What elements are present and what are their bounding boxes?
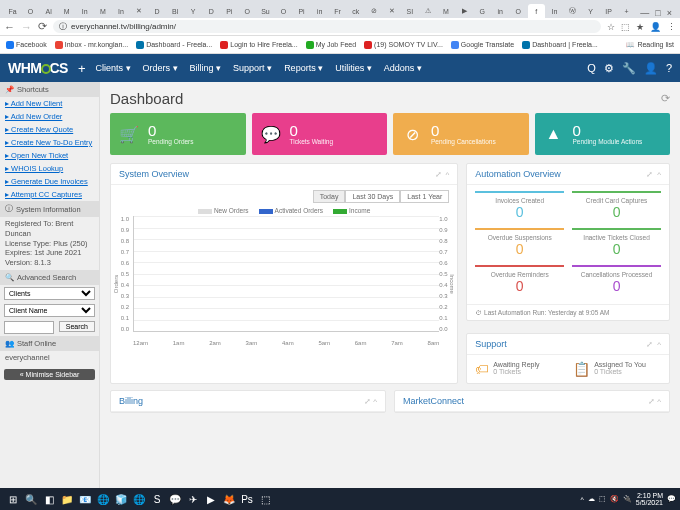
nav-menu-item[interactable]: Support ▾: [233, 63, 272, 73]
browser-tab[interactable]: Al: [40, 4, 57, 18]
bookmark[interactable]: Dashboard - Freela...: [136, 41, 212, 49]
add-button[interactable]: +: [78, 61, 86, 76]
browser-tab[interactable]: D: [149, 4, 166, 18]
browser-tab[interactable]: +: [618, 4, 635, 18]
window-control[interactable]: □: [655, 8, 660, 18]
header-icon[interactable]: 🔧: [622, 62, 636, 75]
search-button[interactable]: Search: [59, 321, 95, 332]
nav-menu-item[interactable]: Addons ▾: [384, 63, 422, 73]
browser-tab[interactable]: O: [275, 4, 292, 18]
browser-tab[interactable]: f: [528, 4, 545, 18]
notifications-icon[interactable]: 💬: [667, 495, 676, 503]
nav-menu-item[interactable]: Orders ▾: [143, 63, 178, 73]
reading-list[interactable]: 📖 Reading list: [626, 41, 674, 49]
browser-tab[interactable]: Fr: [329, 4, 346, 18]
back-button[interactable]: ←: [4, 21, 15, 33]
tray-icon[interactable]: ⬚: [599, 495, 606, 503]
whmcs-logo[interactable]: WHMCS: [8, 60, 68, 76]
browser-tab[interactable]: ⊘: [365, 4, 382, 18]
search-type-select[interactable]: Clients: [4, 287, 95, 300]
bookmark[interactable]: My Job Feed: [306, 41, 356, 49]
taskbar-app[interactable]: ◧: [40, 490, 58, 508]
browser-tab[interactable]: In: [112, 4, 129, 18]
browser-tab[interactable]: IP: [600, 4, 617, 18]
taskbar-app[interactable]: 🦊: [220, 490, 238, 508]
taskbar-app[interactable]: ⬚: [256, 490, 274, 508]
taskbar-app[interactable]: 🌐: [130, 490, 148, 508]
nav-menu-item[interactable]: Billing ▾: [190, 63, 222, 73]
bookmark[interactable]: Login to Hire Freela...: [220, 41, 297, 49]
browser-tab[interactable]: ✕: [130, 4, 147, 18]
window-control[interactable]: ×: [667, 8, 672, 18]
panel-expand-icon[interactable]: ⤢: [646, 340, 653, 349]
taskbar-app[interactable]: S: [148, 490, 166, 508]
browser-tab[interactable]: in: [311, 4, 328, 18]
toolbar-icon[interactable]: ★: [636, 22, 644, 32]
time-range-button[interactable]: Last 30 Days: [345, 190, 400, 203]
shortcut-link[interactable]: ▸ Open New Ticket: [0, 149, 99, 162]
header-icon[interactable]: 👤: [644, 62, 658, 75]
taskbar-app[interactable]: Ps: [238, 490, 256, 508]
stat-widget[interactable]: 💬0Tickets Waiting: [252, 113, 388, 155]
toolbar-icon[interactable]: ⋮: [667, 22, 676, 32]
bookmark[interactable]: Google Translate: [451, 41, 514, 49]
time-range-button[interactable]: Last 1 Year: [400, 190, 449, 203]
time-range-button[interactable]: Today: [313, 190, 346, 203]
browser-tab[interactable]: ⚠: [419, 4, 436, 18]
support-stat[interactable]: 📋Assigned To You0 Tickets: [573, 361, 661, 377]
taskbar-app[interactable]: 🧊: [112, 490, 130, 508]
taskbar-app[interactable]: ⊞: [4, 490, 22, 508]
browser-tab[interactable]: Su: [257, 4, 274, 18]
browser-tab[interactable]: Fa: [4, 4, 21, 18]
shortcut-link[interactable]: ▸ Add New Client: [0, 97, 99, 110]
header-icon[interactable]: ⚙: [604, 62, 614, 75]
browser-tab[interactable]: In: [546, 4, 563, 18]
shortcut-link[interactable]: ▸ WHOIS Lookup: [0, 162, 99, 175]
browser-tab[interactable]: O: [22, 4, 39, 18]
browser-tab[interactable]: G: [474, 4, 491, 18]
nav-menu-item[interactable]: Clients ▾: [96, 63, 131, 73]
browser-tab[interactable]: M: [438, 4, 455, 18]
browser-tab[interactable]: D: [203, 4, 220, 18]
panel-expand-icon[interactable]: ⤢: [435, 170, 442, 179]
browser-tab[interactable]: O: [510, 4, 527, 18]
panel-collapse-icon[interactable]: ^: [657, 340, 661, 349]
browser-tab[interactable]: In: [76, 4, 93, 18]
browser-tab[interactable]: M: [94, 4, 111, 18]
browser-tab[interactable]: Pi: [221, 4, 238, 18]
shortcut-link[interactable]: ▸ Create New Quote: [0, 123, 99, 136]
taskbar-app[interactable]: ✈: [184, 490, 202, 508]
search-field-select[interactable]: Client Name: [4, 304, 95, 317]
browser-tab[interactable]: O: [239, 4, 256, 18]
browser-tab[interactable]: ⓦ: [564, 4, 581, 18]
bookmark[interactable]: Inbox - mr.konglan...: [55, 41, 128, 49]
tray-icon[interactable]: 🔌: [623, 495, 632, 503]
taskbar-clock[interactable]: 2:10 PM5/5/2021: [636, 492, 663, 506]
shortcut-link[interactable]: ▸ Add New Order: [0, 110, 99, 123]
browser-tab[interactable]: ck: [347, 4, 364, 18]
nav-menu-item[interactable]: Reports ▾: [284, 63, 323, 73]
tray-icon[interactable]: ^: [580, 496, 583, 503]
browser-tab[interactable]: ✕: [383, 4, 400, 18]
address-bar[interactable]: ⓘeverychannel.tv/billing/admin/: [53, 20, 601, 33]
shortcut-link[interactable]: ▸ Generate Due Invoices: [0, 175, 99, 188]
shortcut-link[interactable]: ▸ Create New To-Do Entry: [0, 136, 99, 149]
bookmark[interactable]: Dashboard | Freela...: [522, 41, 598, 49]
toolbar-icon[interactable]: ☆: [607, 22, 615, 32]
header-icon[interactable]: ?: [666, 62, 672, 75]
browser-tab[interactable]: ▶: [456, 4, 473, 18]
refresh-icon[interactable]: ⟳: [661, 92, 670, 105]
browser-tab[interactable]: Y: [582, 4, 599, 18]
taskbar-app[interactable]: 📧: [76, 490, 94, 508]
window-control[interactable]: —: [640, 8, 649, 18]
tray-icon[interactable]: ☁: [588, 495, 595, 503]
browser-tab[interactable]: M: [58, 4, 75, 18]
bookmark[interactable]: (19) SOMOY TV LIV...: [364, 41, 443, 49]
browser-tab[interactable]: Y: [185, 4, 202, 18]
browser-tab[interactable]: in: [492, 4, 509, 18]
panel-collapse-icon[interactable]: ^: [446, 170, 450, 179]
taskbar-app[interactable]: 🌐: [94, 490, 112, 508]
browser-tab[interactable]: Bl: [167, 4, 184, 18]
nav-menu-item[interactable]: Utilities ▾: [335, 63, 372, 73]
taskbar-app[interactable]: 🔍: [22, 490, 40, 508]
